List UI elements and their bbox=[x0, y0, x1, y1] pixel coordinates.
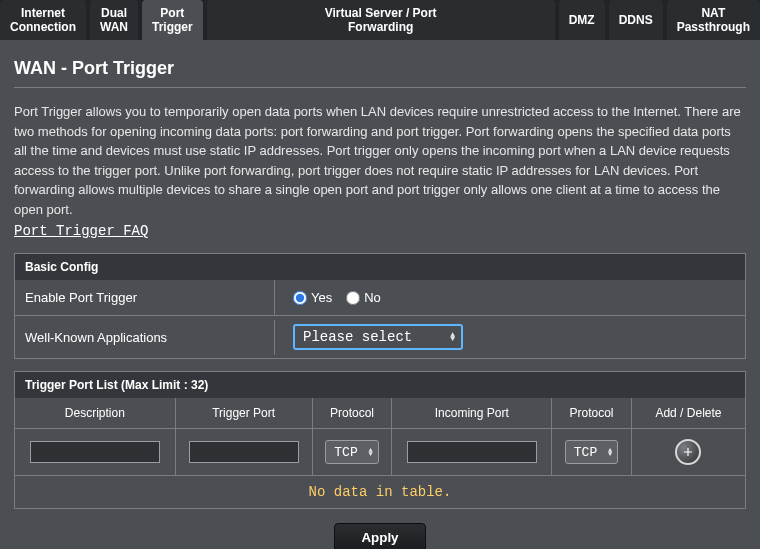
enable-no-radio[interactable] bbox=[346, 291, 360, 305]
tab-nat-passthrough[interactable]: NAT Passthrough bbox=[667, 0, 760, 40]
page-description: Port Trigger allows you to temporarily o… bbox=[14, 102, 746, 219]
basic-config-header: Basic Config bbox=[15, 254, 745, 280]
trigger-port-list-panel: Trigger Port List (Max Limit : 32) Descr… bbox=[14, 371, 746, 509]
plus-icon bbox=[681, 445, 695, 459]
enable-no-option[interactable]: No bbox=[346, 290, 381, 305]
well-known-apps-select[interactable]: Please select ▲▼ bbox=[293, 324, 463, 350]
tab-bar: Internet Connection Dual WAN Port Trigge… bbox=[0, 0, 760, 40]
col-protocol2: Protocol bbox=[551, 398, 631, 428]
incoming-port-input[interactable] bbox=[407, 441, 537, 463]
col-trigger-port: Trigger Port bbox=[175, 398, 312, 428]
tab-dmz[interactable]: DMZ bbox=[559, 0, 605, 40]
enable-yes-label: Yes bbox=[311, 290, 332, 305]
tab-label: Virtual Server / Port Forwarding bbox=[325, 6, 437, 35]
faq-link[interactable]: Port Trigger FAQ bbox=[14, 223, 148, 239]
col-description: Description bbox=[15, 398, 175, 428]
trigger-port-input[interactable] bbox=[189, 441, 299, 463]
separator bbox=[14, 87, 746, 88]
table-header-row: Description Trigger Port Protocol Incomi… bbox=[15, 398, 745, 428]
tab-label: DMZ bbox=[569, 13, 595, 27]
basic-config-panel: Basic Config Enable Port Trigger Yes No bbox=[14, 253, 746, 359]
enable-port-trigger-label: Enable Port Trigger bbox=[15, 280, 275, 315]
tab-label: NAT Passthrough bbox=[677, 6, 750, 35]
empty-message: No data in table. bbox=[15, 476, 745, 508]
enable-yes-radio[interactable] bbox=[293, 291, 307, 305]
select-value: TCP bbox=[334, 445, 357, 460]
tab-internet-connection[interactable]: Internet Connection bbox=[0, 0, 86, 40]
select-value: Please select bbox=[303, 329, 412, 345]
enable-no-label: No bbox=[364, 290, 381, 305]
select-value: TCP bbox=[574, 445, 597, 460]
table-new-row: TCP ▲▼ TCP ▲▼ bbox=[15, 428, 745, 475]
enable-yes-option[interactable]: Yes bbox=[293, 290, 332, 305]
tab-label: Internet Connection bbox=[10, 6, 76, 35]
tab-label: Dual WAN bbox=[100, 6, 128, 35]
tab-dual-wan[interactable]: Dual WAN bbox=[90, 0, 138, 40]
trigger-port-list-header: Trigger Port List (Max Limit : 32) bbox=[15, 372, 745, 398]
add-row-button[interactable] bbox=[675, 439, 701, 465]
protocol2-select[interactable]: TCP ▲▼ bbox=[565, 440, 618, 464]
tab-virtual-server[interactable]: Virtual Server / Port Forwarding bbox=[207, 0, 555, 40]
enable-port-trigger-radio-group: Yes No bbox=[293, 290, 381, 305]
col-incoming-port: Incoming Port bbox=[391, 398, 551, 428]
chevron-updown-icon: ▲▼ bbox=[368, 449, 372, 456]
apply-button[interactable]: Apply bbox=[334, 523, 425, 549]
page-title: WAN - Port Trigger bbox=[14, 58, 746, 79]
chevron-updown-icon: ▲▼ bbox=[608, 449, 612, 456]
col-protocol1: Protocol bbox=[312, 398, 392, 428]
tab-ddns[interactable]: DDNS bbox=[609, 0, 663, 40]
protocol1-select[interactable]: TCP ▲▼ bbox=[325, 440, 378, 464]
table-empty-row: No data in table. bbox=[15, 475, 745, 508]
tab-label: Port Trigger bbox=[152, 6, 193, 35]
tab-port-trigger[interactable]: Port Trigger bbox=[142, 0, 203, 40]
description-input[interactable] bbox=[30, 441, 160, 463]
chevron-updown-icon: ▲▼ bbox=[450, 333, 455, 341]
col-add-delete: Add / Delete bbox=[631, 398, 745, 428]
well-known-apps-label: Well-Known Applications bbox=[15, 320, 275, 355]
tab-label: DDNS bbox=[619, 13, 653, 27]
